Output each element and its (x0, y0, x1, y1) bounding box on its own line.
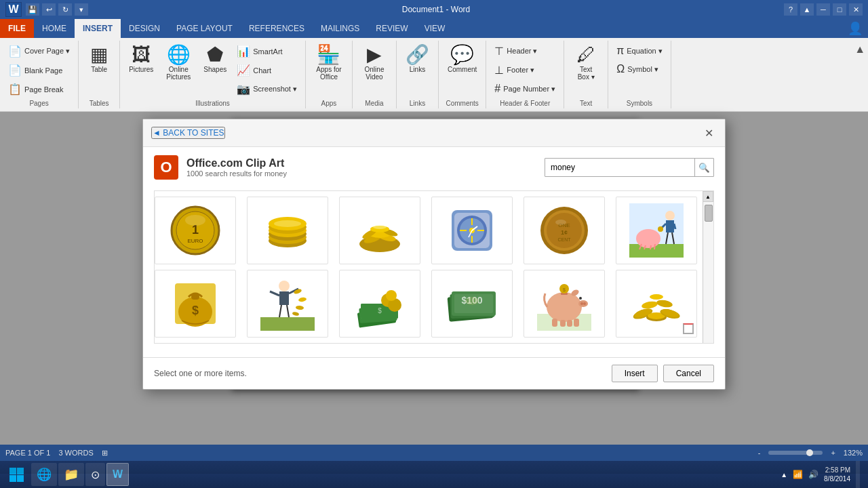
apps-group-label: Apps (310, 98, 348, 107)
svg-point-40 (636, 229, 660, 248)
redo-quick-btn[interactable]: ↻ (58, 3, 72, 16)
search-input[interactable] (545, 163, 694, 172)
svg-line-46 (654, 244, 655, 249)
clip-art-item[interactable]: $ (155, 270, 236, 338)
table-btn[interactable]: ▦ Table (83, 42, 115, 77)
online-pictures-btn[interactable]: 🌐 OnlinePictures (159, 42, 197, 84)
bills-stack-image: $ (353, 277, 407, 331)
dialog-title-row: O Office.com Clip Art 1000 search result… (154, 155, 714, 180)
svg-point-76 (386, 290, 397, 301)
dialog-overlay: ◄ BACK TO SITES ✕ O Office.com Clip Art … (0, 112, 868, 474)
clip-art-item[interactable]: ONE 1¢ CENT (524, 197, 605, 264)
pictures-btn[interactable]: 🖼 Pictures (124, 42, 158, 77)
cover-page-btn[interactable]: 📄 Cover Page ▾ (4, 42, 74, 60)
apps-for-office-icon: 🏪 (317, 45, 340, 64)
page-number-btn[interactable]: # Page Number ▾ (490, 80, 559, 98)
comment-icon: 💬 (450, 45, 474, 64)
svg-point-105 (656, 299, 673, 308)
illustrations-group: 🖼 Pictures 🌐 OnlinePictures ⬟ Shapes 📊 S… (120, 41, 306, 108)
customize-quick-btn[interactable]: ▾ (75, 3, 88, 16)
clip-art-item[interactable] (247, 197, 328, 264)
links-btn[interactable]: 🔗 Links (401, 42, 434, 77)
svg-line-61 (270, 291, 279, 296)
svg-text:CENT: CENT (557, 237, 571, 242)
svg-point-87 (580, 302, 583, 305)
loading-spinner (683, 323, 694, 334)
tab-home[interactable]: HOME (34, 19, 75, 38)
clip-art-grid-area: 1 EURO (154, 190, 714, 344)
svg-rect-92 (560, 320, 566, 327)
clip-art-item[interactable] (247, 270, 328, 338)
chart-btn[interactable]: 📈 Chart (233, 61, 301, 79)
page-break-btn[interactable]: 📋 Page Break (4, 80, 74, 98)
help-btn[interactable]: ? (784, 3, 797, 16)
minimize-btn[interactable]: ─ (816, 3, 830, 16)
ribbon-collapse-btn[interactable]: ▲ (800, 3, 814, 16)
undo-quick-btn[interactable]: ↩ (42, 3, 56, 16)
clip-art-item[interactable]: $100 (431, 270, 513, 338)
close-window-btn[interactable]: ✕ (849, 3, 863, 16)
screenshot-btn[interactable]: 📷 Screenshot ▾ (233, 80, 301, 98)
cancel-btn[interactable]: Cancel (663, 365, 714, 382)
tab-file[interactable]: FILE (0, 19, 34, 38)
header-footer-group-label: Header & Footer (490, 98, 559, 107)
svg-rect-94 (574, 319, 579, 327)
footer-btn[interactable]: ⊥ Footer ▾ (490, 61, 559, 79)
shapes-btn[interactable]: ⬟ Shapes (199, 42, 231, 77)
dialog-close-btn[interactable]: ✕ (701, 125, 717, 141)
maximize-btn[interactable]: □ (833, 3, 846, 16)
online-video-btn[interactable]: ▶ OnlineVideo (357, 42, 392, 84)
tab-review[interactable]: REVIEW (368, 19, 416, 38)
clock-date: 8/8/2014 (824, 474, 850, 483)
symbols-group: π Equation ▾ Ω Symbol ▾ Symbols (608, 41, 671, 108)
svg-text:1¢: 1¢ (561, 229, 568, 236)
clip-art-item[interactable]: 1 EURO (155, 197, 236, 264)
clip-art-item[interactable] (616, 197, 697, 264)
svg-point-89 (579, 297, 582, 300)
header-btn[interactable]: ⊤ Header ▾ (490, 42, 559, 60)
clip-art-item[interactable] (431, 197, 513, 264)
footer-hint: Select one or more items. (154, 369, 606, 378)
tab-view[interactable]: VIEW (416, 19, 454, 38)
tab-references[interactable]: REFERENCES (241, 19, 313, 38)
businessman-piggy-image (629, 203, 684, 258)
pictures-icon: 🖼 (132, 45, 151, 64)
search-box: 🔍 (545, 158, 714, 177)
scroll-thumb[interactable] (705, 205, 713, 222)
tab-design[interactable]: DESIGN (121, 19, 168, 38)
blank-page-btn[interactable]: 📄 Blank Page (4, 61, 74, 79)
search-btn[interactable]: 🔍 (694, 158, 713, 177)
clip-art-item[interactable] (339, 197, 420, 264)
clip-art-item[interactable]: $ (524, 270, 605, 338)
equation-btn[interactable]: π Equation ▾ (612, 42, 667, 60)
dialog-subtitle: 1000 search results for money (186, 169, 287, 178)
apps-for-office-btn[interactable]: 🏪 Apps forOffice (310, 42, 348, 84)
text-group: 🖊 TextBox ▾ Text (564, 41, 608, 108)
tab-insert[interactable]: INSERT (75, 19, 121, 38)
clip-art-item[interactable]: $ (339, 270, 420, 338)
user-profile-btn[interactable]: 👤 (842, 19, 868, 38)
comment-btn[interactable]: 💬 Comment (443, 42, 481, 77)
main-area: I ◄ BACK TO SITES ✕ O Office.com Clip Ar… (0, 112, 868, 474)
clip-art-item[interactable] (616, 270, 697, 338)
svg-rect-60 (279, 291, 289, 305)
text-box-btn[interactable]: 🖊 TextBox ▾ (568, 42, 604, 84)
ribbon-expand-btn[interactable]: ▲ (854, 43, 865, 56)
tables-group-label: Tables (83, 98, 115, 107)
dialog-body: O Office.com Clip Art 1000 search result… (143, 147, 725, 357)
symbol-btn[interactable]: Ω Symbol ▾ (612, 60, 667, 78)
svg-point-66 (298, 297, 307, 302)
tab-mailings[interactable]: MAILINGS (313, 19, 368, 38)
euro-coin-image: 1 EURO (168, 203, 222, 258)
ornate-clock-image (445, 203, 499, 258)
svg-point-37 (555, 220, 566, 225)
svg-point-104 (641, 300, 658, 310)
save-quick-btn[interactable]: 💾 (26, 3, 39, 16)
cover-page-icon: 📄 (8, 45, 22, 58)
scroll-up-btn[interactable]: ▲ (703, 191, 713, 202)
smartart-btn[interactable]: 📊 SmartArt (233, 42, 301, 60)
back-to-sites-btn[interactable]: ◄ BACK TO SITES (151, 127, 225, 139)
tab-page-layout[interactable]: PAGE LAYOUT (168, 19, 241, 38)
insert-btn[interactable]: Insert (612, 365, 658, 382)
links-group: 🔗 Links Links (397, 41, 439, 108)
